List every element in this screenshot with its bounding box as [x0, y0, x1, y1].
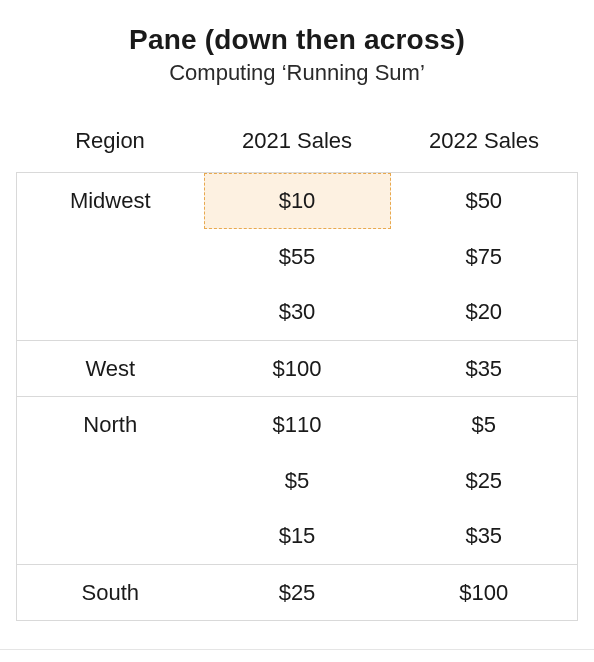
table-row: South$25$100 — [17, 565, 578, 621]
col-header-region: Region — [17, 118, 204, 173]
value-cell-2021: $25 — [204, 565, 391, 621]
cell-value: $35 — [391, 509, 578, 565]
cell-value: $10 — [204, 173, 391, 229]
value-cell-2021: $15 — [204, 509, 391, 565]
cell-value: $110 — [204, 397, 391, 453]
table-row: North$110$5 — [17, 397, 578, 453]
value-cell-2022: $5 — [391, 397, 578, 453]
figure-container: Pane (down then across) Computing ‘Runni… — [0, 0, 594, 650]
region-label: South — [17, 565, 204, 620]
cell-value: $100 — [391, 565, 578, 620]
region-label — [17, 509, 204, 565]
region-label: Midwest — [17, 173, 204, 229]
cell-value: $100 — [204, 341, 391, 396]
value-cell-2022: $50 — [391, 173, 578, 229]
value-cell-2022: $100 — [391, 565, 578, 621]
value-cell-2022: $25 — [391, 453, 578, 509]
table-body: Midwest$10$50$55$75$30$20West$100$35Nort… — [17, 173, 578, 621]
value-cell-2021: $30 — [204, 285, 391, 341]
region-label — [17, 229, 204, 285]
value-cell-2021: $100 — [204, 341, 391, 397]
value-cell-2021: $5 — [204, 453, 391, 509]
value-cell-2022: $35 — [391, 509, 578, 565]
region-cell — [17, 229, 204, 285]
cell-value: $25 — [391, 453, 578, 509]
table-row: $5$25 — [17, 453, 578, 509]
region-cell: North — [17, 397, 204, 453]
region-cell — [17, 285, 204, 341]
table-row: $30$20 — [17, 285, 578, 341]
cell-value: $50 — [391, 173, 578, 229]
cell-value: $55 — [204, 229, 391, 285]
cell-value: $15 — [204, 509, 391, 565]
table-row: $15$35 — [17, 509, 578, 565]
table-header-row: Region 2021 Sales 2022 Sales — [17, 118, 578, 173]
cell-value: $30 — [204, 285, 391, 341]
cell-value: $35 — [391, 341, 578, 396]
region-label: North — [17, 397, 204, 453]
col-header-2022: 2022 Sales — [391, 118, 578, 173]
highlighted-cell: $10 — [204, 173, 391, 229]
sales-table: Region 2021 Sales 2022 Sales Midwest$10$… — [16, 118, 578, 621]
page-subtitle: Computing ‘Running Sum’ — [16, 60, 578, 86]
cell-value: $75 — [391, 229, 578, 285]
region-label — [17, 285, 204, 341]
value-cell-2022: $35 — [391, 341, 578, 397]
table-row: $55$75 — [17, 229, 578, 285]
region-cell — [17, 509, 204, 565]
region-cell — [17, 453, 204, 509]
cell-value: $5 — [204, 453, 391, 509]
cell-value: $20 — [391, 285, 578, 341]
page-title: Pane (down then across) — [16, 24, 578, 56]
region-label — [17, 453, 204, 509]
region-label: West — [17, 341, 204, 396]
cell-value: $5 — [391, 397, 578, 453]
table-row: West$100$35 — [17, 341, 578, 397]
col-header-2021: 2021 Sales — [204, 118, 391, 173]
value-cell-2022: $75 — [391, 229, 578, 285]
value-cell-2021: $55 — [204, 229, 391, 285]
cell-value: $25 — [204, 565, 391, 620]
table-row: Midwest$10$50 — [17, 173, 578, 229]
value-cell-2022: $20 — [391, 285, 578, 341]
region-cell: South — [17, 565, 204, 621]
value-cell-2021: $110 — [204, 397, 391, 453]
region-cell: West — [17, 341, 204, 397]
region-cell: Midwest — [17, 173, 204, 229]
